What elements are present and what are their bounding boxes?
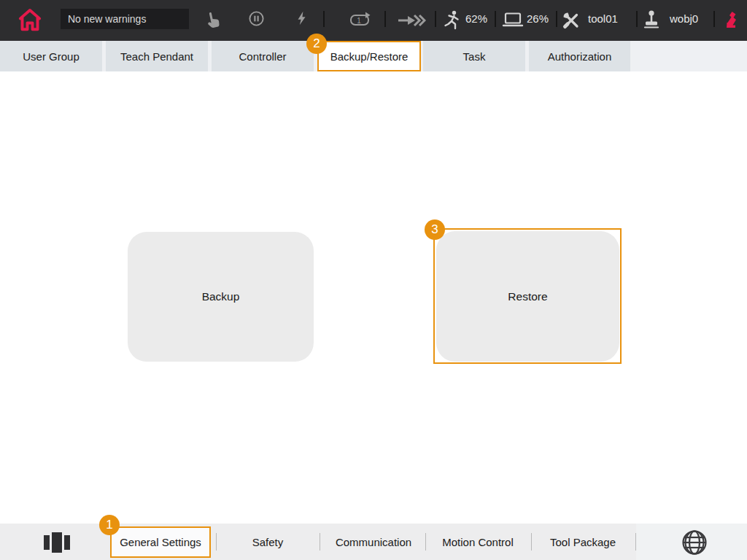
restore-button[interactable]: Restore xyxy=(436,231,619,362)
hand-icon[interactable] xyxy=(203,9,224,34)
tab-backup-restore[interactable]: Backup/Restore xyxy=(317,41,421,71)
annotation-badge-1: 1 xyxy=(99,515,120,535)
joystick-icon[interactable] xyxy=(642,9,661,32)
divider xyxy=(425,533,426,551)
settings-tab-bar: User Group Teach Pendant Controller Back… xyxy=(0,41,747,71)
loop-once-icon[interactable]: 1 xyxy=(348,11,372,31)
divider xyxy=(435,11,436,27)
tab-user-group[interactable]: User Group xyxy=(0,41,102,71)
tab-task[interactable]: Task xyxy=(423,41,525,71)
loop-count: 1 xyxy=(357,17,361,25)
divider xyxy=(495,11,496,27)
robot-speed-value[interactable]: 62% xyxy=(465,12,487,26)
step-forward-icon[interactable] xyxy=(397,12,426,32)
home-icon[interactable] xyxy=(15,5,45,39)
divider xyxy=(384,11,386,27)
annotation-badge-3: 3 xyxy=(425,219,445,240)
language-section xyxy=(636,524,747,560)
divider xyxy=(216,533,217,551)
panels-icon[interactable] xyxy=(42,531,71,557)
top-status-bar: No new warnings 1 xyxy=(0,0,747,41)
nav-communication[interactable]: Communication xyxy=(319,524,428,560)
robot-arm-icon xyxy=(722,8,738,33)
globe-icon[interactable] xyxy=(681,529,708,559)
annotation-badge-2: 2 xyxy=(306,34,327,54)
laptop-icon xyxy=(502,12,524,31)
nav-motion-control[interactable]: Motion Control xyxy=(427,524,529,560)
tab-controller[interactable]: Controller xyxy=(212,41,314,71)
divider xyxy=(713,11,715,27)
nav-general-settings[interactable]: General Settings xyxy=(110,526,211,558)
teach-pendant-screen: No new warnings 1 xyxy=(0,0,747,560)
nav-safety[interactable]: Safety xyxy=(220,524,315,560)
tab-teach-pendant[interactable]: Teach Pendant xyxy=(106,41,208,71)
warning-status[interactable]: No new warnings xyxy=(61,9,189,29)
tab-authorization[interactable]: Authorization xyxy=(529,41,630,71)
divider xyxy=(556,11,557,27)
system-load-value: 26% xyxy=(527,12,549,26)
backup-button[interactable]: Backup xyxy=(128,232,314,362)
divider xyxy=(636,11,638,27)
workobject-name[interactable]: wobj0 xyxy=(670,12,698,26)
divider xyxy=(323,11,325,27)
bolt-icon[interactable] xyxy=(294,9,310,30)
nav-tool-package[interactable]: Tool Package xyxy=(532,524,634,560)
tools-icon[interactable] xyxy=(562,11,581,33)
running-man-icon[interactable] xyxy=(444,9,461,33)
pause-icon[interactable] xyxy=(248,10,265,30)
tool-name[interactable]: tool01 xyxy=(588,12,618,26)
